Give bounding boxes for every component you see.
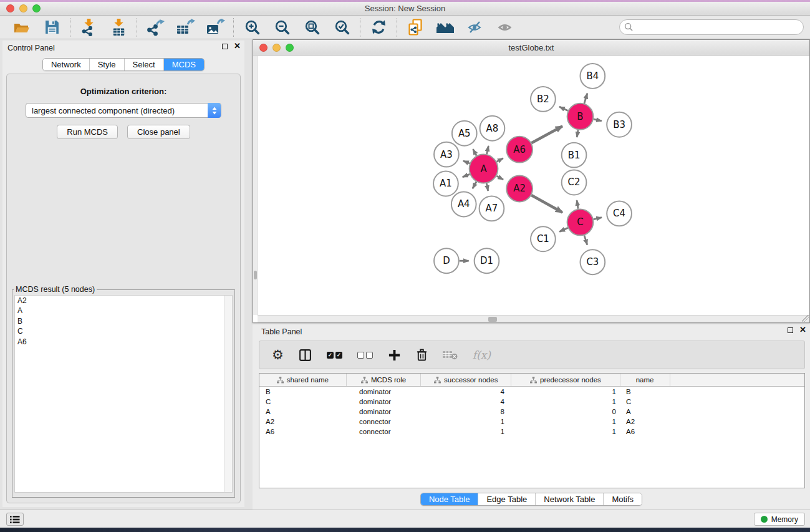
- float-panel-icon[interactable]: [222, 44, 228, 49]
- export-image-button[interactable]: [205, 17, 226, 37]
- graph-edge-A-A5[interactable]: [473, 149, 477, 155]
- graph-node-B4[interactable]: B4: [580, 64, 605, 89]
- graph-node-C4[interactable]: C4: [607, 201, 632, 226]
- graph-edge-B-B4[interactable]: [584, 94, 587, 104]
- window-resize-grip[interactable]: [802, 315, 809, 322]
- zoom-fit-button[interactable]: [301, 17, 322, 37]
- close-window-button[interactable]: [6, 4, 14, 12]
- graph-node-C2[interactable]: C2: [562, 170, 587, 195]
- result-scrollbar[interactable]: [224, 296, 232, 492]
- graph-node-B[interactable]: B: [567, 104, 594, 130]
- graph-edge-A-A8[interactable]: [487, 146, 489, 154]
- zoom-network-window-button[interactable]: [286, 44, 294, 52]
- column-header[interactable]: predecessor nodes: [511, 374, 620, 386]
- column-header[interactable]: successor nodes: [421, 374, 511, 386]
- show-graphics-button[interactable]: [494, 17, 516, 37]
- import-table-button[interactable]: [108, 17, 129, 37]
- graph-edge-B-B2[interactable]: [559, 107, 568, 110]
- graph-node-A8[interactable]: A8: [480, 116, 505, 141]
- table-row[interactable]: A6connector11A6: [259, 427, 804, 437]
- export-table-button[interactable]: [175, 17, 196, 37]
- function-builder-button[interactable]: f(x): [473, 349, 491, 361]
- graph-edge-A6-B[interactable]: [531, 126, 562, 143]
- graph-node-A3[interactable]: A3: [434, 142, 459, 167]
- zoom-in-button[interactable]: [241, 17, 263, 37]
- table-row[interactable]: A2connector11A2: [259, 417, 804, 427]
- refresh-network-button[interactable]: [368, 17, 389, 37]
- graph-node-C3[interactable]: C3: [580, 249, 605, 274]
- import-network-button[interactable]: [78, 17, 99, 37]
- zoom-selected-button[interactable]: [331, 17, 352, 37]
- graph-edge-C-C1[interactable]: [559, 228, 567, 231]
- delete-column-button[interactable]: [416, 348, 428, 362]
- column-header[interactable]: shared name: [259, 374, 347, 386]
- graph-node-B3[interactable]: B3: [607, 112, 632, 137]
- graph-edge-A2-C[interactable]: [531, 195, 562, 212]
- tab-node-table[interactable]: Node Table: [421, 493, 478, 505]
- network-canvas[interactable]: B4B2BB3A8A5A6B1A3AC2A1A2A4A7C4CC1C3DD1: [253, 56, 809, 322]
- clone-network-button[interactable]: [405, 17, 426, 37]
- graph-edge-A-A1[interactable]: [463, 174, 470, 177]
- table-row[interactable]: Bdominator41B: [259, 387, 804, 397]
- graph-edge-A-A2[interactable]: [496, 176, 503, 180]
- tab-style[interactable]: Style: [89, 59, 124, 70]
- task-history-button[interactable]: [6, 513, 24, 526]
- graph-node-A7[interactable]: A7: [480, 196, 504, 221]
- graph-node-A4[interactable]: A4: [451, 191, 476, 216]
- mcds-result-item[interactable]: A2: [15, 296, 232, 306]
- tab-mcds[interactable]: MCDS: [163, 59, 204, 70]
- graph-node-C1[interactable]: C1: [531, 226, 556, 251]
- graph-node-A6[interactable]: A6: [506, 137, 533, 163]
- mcds-result-item[interactable]: C: [15, 326, 232, 336]
- close-panel-button[interactable]: Close panel: [127, 125, 190, 139]
- table-row[interactable]: Cdominator41C: [259, 397, 804, 407]
- table-settings-button[interactable]: ⚙: [272, 349, 284, 361]
- tab-network[interactable]: Network: [43, 59, 89, 70]
- graph-node-A1[interactable]: A1: [433, 172, 458, 196]
- graph-edge-A-A6[interactable]: [497, 158, 503, 162]
- canvas-horizontal-scrollbar[interactable]: [258, 315, 809, 322]
- graph-edge-C-C4[interactable]: [594, 218, 602, 220]
- graph-edge-A-A3[interactable]: [463, 161, 470, 163]
- graph-node-C[interactable]: C: [567, 209, 594, 235]
- canvas-vertical-scrollbar[interactable]: [253, 56, 258, 315]
- graph-edge-C-C2[interactable]: [577, 200, 578, 209]
- network-graph[interactable]: B4B2BB3A8A5A6B1A3AC2A1A2A4A7C4CC1C3DD1: [258, 56, 809, 316]
- optimization-criterion-select[interactable]: largest connected component (directed): [26, 103, 221, 118]
- mcds-result-list[interactable]: A2ABCA6: [14, 295, 233, 493]
- search-input[interactable]: [619, 19, 804, 35]
- column-header[interactable]: name: [620, 374, 670, 386]
- graph-edge-B-B1[interactable]: [577, 130, 578, 137]
- deselect-all-button[interactable]: [357, 352, 373, 359]
- close-network-window-button[interactable]: [259, 44, 268, 52]
- graph-node-A[interactable]: A: [470, 155, 498, 183]
- table-row[interactable]: Adominator80A: [259, 407, 804, 417]
- select-all-button[interactable]: ✓ ✓: [327, 352, 342, 359]
- mcds-result-item[interactable]: A: [15, 306, 232, 316]
- close-panel-icon[interactable]: ✕: [234, 43, 241, 49]
- tab-motifs[interactable]: Motifs: [603, 493, 642, 505]
- open-session-button[interactable]: [11, 17, 32, 37]
- delete-table-button[interactable]: [443, 350, 458, 360]
- tab-edge-table[interactable]: Edge Table: [478, 493, 535, 505]
- graph-edge-A-A4[interactable]: [473, 181, 476, 188]
- graph-node-D[interactable]: D: [434, 248, 459, 273]
- memory-button[interactable]: Memory: [754, 513, 805, 526]
- graph-edge-A-A7[interactable]: [486, 183, 488, 191]
- mcds-result-item[interactable]: B: [15, 316, 232, 326]
- graph-node-A2[interactable]: A2: [506, 176, 533, 202]
- graph-node-D1[interactable]: D1: [475, 248, 499, 273]
- minimize-window-button[interactable]: [19, 4, 27, 12]
- export-network-button[interactable]: [145, 17, 166, 37]
- graph-edge-C-C3[interactable]: [584, 235, 587, 244]
- first-neighbors-button[interactable]: [435, 17, 456, 37]
- close-table-panel-icon[interactable]: ✕: [799, 327, 806, 333]
- zoom-window-button[interactable]: [32, 4, 41, 12]
- graph-node-B1[interactable]: B1: [562, 143, 587, 168]
- add-column-button[interactable]: [388, 349, 401, 362]
- graph-node-A5[interactable]: A5: [452, 121, 477, 146]
- mcds-result-item[interactable]: A6: [15, 337, 232, 347]
- zoom-out-button[interactable]: [271, 17, 292, 37]
- graph-edge-B-B3[interactable]: [594, 119, 602, 121]
- save-session-button[interactable]: [41, 17, 62, 37]
